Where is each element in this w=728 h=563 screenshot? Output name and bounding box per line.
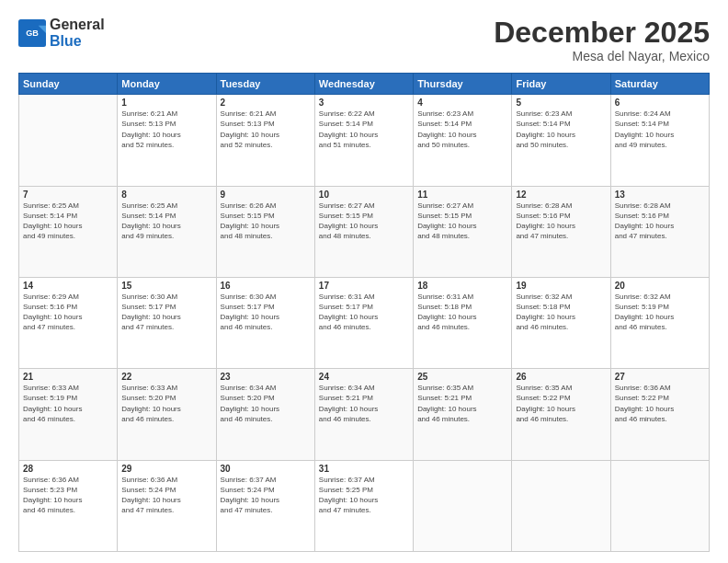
day-info: Sunrise: 6:36 AMSunset: 5:22 PMDaylight:… xyxy=(615,383,705,424)
day-number: 19 xyxy=(516,281,606,291)
day-info: Sunrise: 6:30 AMSunset: 5:17 PMDaylight:… xyxy=(121,292,211,333)
day-info: Sunrise: 6:36 AMSunset: 5:24 PMDaylight:… xyxy=(121,475,211,516)
day-number: 12 xyxy=(516,190,606,200)
day-info: Sunrise: 6:30 AMSunset: 5:17 PMDaylight:… xyxy=(221,292,311,333)
day-info: Sunrise: 6:24 AMSunset: 5:14 PMDaylight:… xyxy=(615,109,705,150)
week-row-1: 1Sunrise: 6:21 AMSunset: 5:13 PMDaylight… xyxy=(19,95,710,186)
day-info: Sunrise: 6:25 AMSunset: 5:14 PMDaylight:… xyxy=(23,201,113,242)
weekday-thursday: Thursday xyxy=(414,74,512,95)
day-info: Sunrise: 6:31 AMSunset: 5:17 PMDaylight:… xyxy=(319,292,409,333)
day-info: Sunrise: 6:35 AMSunset: 5:22 PMDaylight:… xyxy=(516,383,606,424)
week-row-3: 14Sunrise: 6:29 AMSunset: 5:16 PMDayligh… xyxy=(19,277,710,368)
weekday-sunday: Sunday xyxy=(19,74,118,95)
day-info: Sunrise: 6:23 AMSunset: 5:14 PMDaylight:… xyxy=(516,109,606,150)
calendar-cell: 9Sunrise: 6:26 AMSunset: 5:15 PMDaylight… xyxy=(216,186,314,277)
calendar-cell: 1Sunrise: 6:21 AMSunset: 5:13 PMDaylight… xyxy=(118,95,216,186)
calendar-cell xyxy=(19,95,118,186)
calendar-cell xyxy=(610,460,709,551)
week-row-2: 7Sunrise: 6:25 AMSunset: 5:14 PMDaylight… xyxy=(19,186,710,277)
day-number: 27 xyxy=(615,372,705,382)
calendar-cell: 21Sunrise: 6:33 AMSunset: 5:19 PMDayligh… xyxy=(19,369,118,460)
day-info: Sunrise: 6:22 AMSunset: 5:14 PMDaylight:… xyxy=(319,109,409,150)
calendar-cell: 4Sunrise: 6:23 AMSunset: 5:14 PMDaylight… xyxy=(414,95,512,186)
calendar-cell: 18Sunrise: 6:31 AMSunset: 5:18 PMDayligh… xyxy=(414,277,512,368)
weekday-header-row: SundayMondayTuesdayWednesdayThursdayFrid… xyxy=(19,74,710,95)
calendar-cell: 23Sunrise: 6:34 AMSunset: 5:20 PMDayligh… xyxy=(216,369,314,460)
calendar-cell: 30Sunrise: 6:37 AMSunset: 5:24 PMDayligh… xyxy=(216,460,314,551)
week-row-4: 21Sunrise: 6:33 AMSunset: 5:19 PMDayligh… xyxy=(19,369,710,460)
calendar-cell: 17Sunrise: 6:31 AMSunset: 5:17 PMDayligh… xyxy=(314,277,413,368)
day-info: Sunrise: 6:32 AMSunset: 5:18 PMDaylight:… xyxy=(516,292,606,333)
title-block: December 2025 Mesa del Nayar, Mexico xyxy=(494,17,710,63)
day-number: 31 xyxy=(319,464,409,474)
day-number: 4 xyxy=(417,98,507,108)
day-info: Sunrise: 6:34 AMSunset: 5:21 PMDaylight:… xyxy=(319,383,409,424)
header: GB General Blue December 2025 Mesa del N… xyxy=(18,17,710,63)
day-info: Sunrise: 6:28 AMSunset: 5:16 PMDaylight:… xyxy=(615,201,705,242)
day-number: 29 xyxy=(121,464,211,474)
page: GB General Blue December 2025 Mesa del N… xyxy=(0,0,728,563)
logo: GB General Blue xyxy=(18,17,105,49)
calendar-cell: 19Sunrise: 6:32 AMSunset: 5:18 PMDayligh… xyxy=(512,277,610,368)
day-number: 24 xyxy=(319,372,409,382)
day-info: Sunrise: 6:29 AMSunset: 5:16 PMDaylight:… xyxy=(23,292,113,333)
day-info: Sunrise: 6:37 AMSunset: 5:25 PMDaylight:… xyxy=(319,475,409,516)
calendar-cell xyxy=(512,460,610,551)
day-info: Sunrise: 6:32 AMSunset: 5:19 PMDaylight:… xyxy=(615,292,705,333)
day-number: 22 xyxy=(121,372,211,382)
calendar-cell: 5Sunrise: 6:23 AMSunset: 5:14 PMDaylight… xyxy=(512,95,610,186)
calendar-cell: 7Sunrise: 6:25 AMSunset: 5:14 PMDaylight… xyxy=(19,186,118,277)
calendar-cell: 2Sunrise: 6:21 AMSunset: 5:13 PMDaylight… xyxy=(216,95,314,186)
day-number: 21 xyxy=(23,372,113,382)
calendar-table: SundayMondayTuesdayWednesdayThursdayFrid… xyxy=(18,73,710,552)
day-info: Sunrise: 6:25 AMSunset: 5:14 PMDaylight:… xyxy=(121,201,211,242)
day-info: Sunrise: 6:34 AMSunset: 5:20 PMDaylight:… xyxy=(221,383,311,424)
day-number: 15 xyxy=(121,281,211,291)
calendar-cell: 31Sunrise: 6:37 AMSunset: 5:25 PMDayligh… xyxy=(314,460,413,551)
svg-text:GB: GB xyxy=(26,29,39,38)
day-number: 20 xyxy=(615,281,705,291)
day-info: Sunrise: 6:28 AMSunset: 5:16 PMDaylight:… xyxy=(516,201,606,242)
day-number: 9 xyxy=(221,190,311,200)
day-number: 16 xyxy=(221,281,311,291)
day-info: Sunrise: 6:33 AMSunset: 5:20 PMDaylight:… xyxy=(121,383,211,424)
calendar-cell xyxy=(414,460,512,551)
day-info: Sunrise: 6:26 AMSunset: 5:15 PMDaylight:… xyxy=(221,201,311,242)
weekday-wednesday: Wednesday xyxy=(314,74,413,95)
day-number: 5 xyxy=(516,98,606,108)
calendar-cell: 6Sunrise: 6:24 AMSunset: 5:14 PMDaylight… xyxy=(610,95,709,186)
day-info: Sunrise: 6:21 AMSunset: 5:13 PMDaylight:… xyxy=(221,109,311,150)
calendar-cell: 28Sunrise: 6:36 AMSunset: 5:23 PMDayligh… xyxy=(19,460,118,551)
day-number: 1 xyxy=(121,98,211,108)
day-info: Sunrise: 6:21 AMSunset: 5:13 PMDaylight:… xyxy=(121,109,211,150)
day-number: 26 xyxy=(516,372,606,382)
day-info: Sunrise: 6:27 AMSunset: 5:15 PMDaylight:… xyxy=(319,201,409,242)
day-info: Sunrise: 6:23 AMSunset: 5:14 PMDaylight:… xyxy=(417,109,507,150)
day-number: 18 xyxy=(417,281,507,291)
day-info: Sunrise: 6:37 AMSunset: 5:24 PMDaylight:… xyxy=(221,475,311,516)
day-info: Sunrise: 6:36 AMSunset: 5:23 PMDaylight:… xyxy=(23,475,113,516)
day-number: 23 xyxy=(221,372,311,382)
logo-line2: Blue xyxy=(50,33,82,49)
calendar-cell: 24Sunrise: 6:34 AMSunset: 5:21 PMDayligh… xyxy=(314,369,413,460)
day-info: Sunrise: 6:27 AMSunset: 5:15 PMDaylight:… xyxy=(417,201,507,242)
location: Mesa del Nayar, Mexico xyxy=(494,49,710,63)
calendar-cell: 25Sunrise: 6:35 AMSunset: 5:21 PMDayligh… xyxy=(414,369,512,460)
logo-line1: General xyxy=(50,17,105,32)
day-number: 28 xyxy=(23,464,113,474)
calendar-cell: 26Sunrise: 6:35 AMSunset: 5:22 PMDayligh… xyxy=(512,369,610,460)
calendar-cell: 13Sunrise: 6:28 AMSunset: 5:16 PMDayligh… xyxy=(610,186,709,277)
calendar-cell: 16Sunrise: 6:30 AMSunset: 5:17 PMDayligh… xyxy=(216,277,314,368)
calendar-cell: 10Sunrise: 6:27 AMSunset: 5:15 PMDayligh… xyxy=(314,186,413,277)
weekday-monday: Monday xyxy=(118,74,216,95)
week-row-5: 28Sunrise: 6:36 AMSunset: 5:23 PMDayligh… xyxy=(19,460,710,551)
day-number: 30 xyxy=(221,464,311,474)
day-info: Sunrise: 6:35 AMSunset: 5:21 PMDaylight:… xyxy=(417,383,507,424)
day-number: 14 xyxy=(23,281,113,291)
weekday-friday: Friday xyxy=(512,74,610,95)
logo-text: General Blue xyxy=(50,17,105,49)
calendar-cell: 22Sunrise: 6:33 AMSunset: 5:20 PMDayligh… xyxy=(118,369,216,460)
calendar-cell: 20Sunrise: 6:32 AMSunset: 5:19 PMDayligh… xyxy=(610,277,709,368)
day-number: 25 xyxy=(417,372,507,382)
calendar-cell: 3Sunrise: 6:22 AMSunset: 5:14 PMDaylight… xyxy=(314,95,413,186)
